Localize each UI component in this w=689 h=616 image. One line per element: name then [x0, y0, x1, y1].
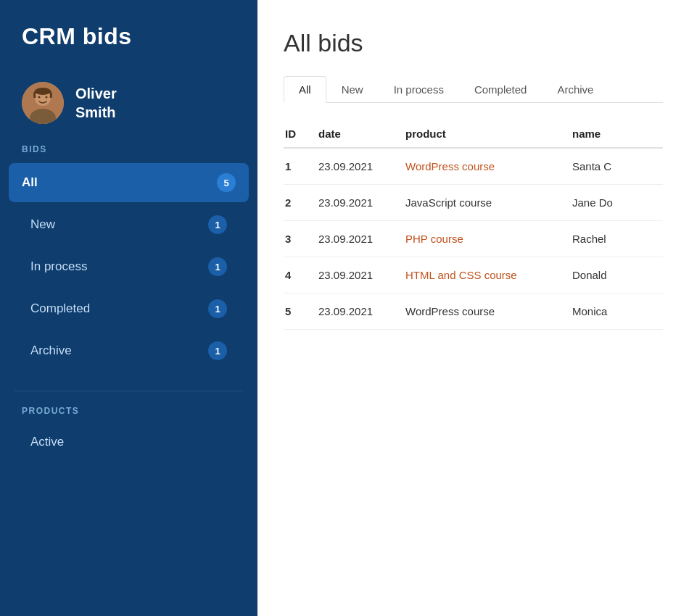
table-row[interactable]: 223.09.2021JavaScript courseJane Do [284, 185, 663, 221]
cell-name: Donald [572, 257, 663, 294]
bids-nav: All 5 New 1 In process 1 Completed 1 Arc… [0, 162, 257, 383]
app-title: CRM bids [22, 23, 236, 50]
product-link[interactable]: WordPress course [405, 160, 495, 172]
cell-date: 23.09.2021 [318, 185, 405, 221]
nav-completed-badge: 1 [208, 299, 227, 318]
tab-archive[interactable]: Archive [542, 76, 608, 102]
col-header-product: product [405, 120, 572, 148]
nav-archive-label: Archive [30, 344, 198, 358]
page-title: All bids [284, 29, 663, 57]
bids-table: ID date product name 123.09.2021WordPres… [284, 120, 663, 330]
tab-in-process[interactable]: In process [379, 76, 459, 102]
product-link[interactable]: HTML and CSS course [405, 269, 517, 281]
products-nav: Active [0, 423, 257, 473]
cell-name: Santa C [572, 148, 663, 185]
avatar-image [22, 82, 64, 124]
user-name: Oliver Smith [75, 84, 117, 122]
svg-point-3 [38, 96, 41, 99]
nav-active-label: Active [30, 435, 227, 449]
cell-id: 1 [284, 148, 318, 185]
nav-inprocess-label: In process [30, 259, 198, 274]
cell-name: Monica [572, 294, 663, 330]
tabs-bar: All New In process Completed Archive [284, 76, 663, 103]
cell-product[interactable]: HTML and CSS course [405, 257, 572, 294]
cell-id: 2 [284, 185, 318, 221]
cell-id: 4 [284, 257, 318, 294]
sidebar-item-archive[interactable]: Archive 1 [9, 331, 249, 370]
cell-name: Jane Do [572, 185, 663, 221]
cell-product[interactable]: WordPress course [405, 148, 572, 185]
nav-all-badge: 5 [217, 173, 236, 192]
table-row[interactable]: 423.09.2021HTML and CSS courseDonald [284, 257, 663, 294]
tab-completed[interactable]: Completed [459, 76, 542, 102]
main-content: All bids All New In process Completed Ar… [257, 0, 689, 616]
table-header: ID date product name [284, 120, 663, 148]
sidebar-item-in-process[interactable]: In process 1 [9, 247, 249, 286]
bids-section-label: BIDS [0, 144, 257, 162]
nav-new-label: New [30, 217, 198, 232]
sidebar-divider [15, 391, 243, 391]
user-profile: Oliver Smith [0, 67, 257, 144]
tab-all[interactable]: All [284, 76, 326, 103]
products-section-label: PRODUCTS [0, 406, 257, 423]
col-header-name: name [572, 120, 663, 148]
table-body: 123.09.2021WordPress courseSanta C223.09… [284, 148, 663, 330]
nav-inprocess-badge: 1 [208, 257, 227, 276]
tab-new[interactable]: New [326, 76, 379, 102]
cell-id: 5 [284, 294, 318, 330]
sidebar-item-completed[interactable]: Completed 1 [9, 289, 249, 328]
sidebar-item-new[interactable]: New 1 [9, 205, 249, 244]
cell-date: 23.09.2021 [318, 294, 405, 330]
nav-completed-label: Completed [30, 301, 198, 316]
col-header-id: ID [284, 120, 318, 148]
table-row[interactable]: 323.09.2021PHP courseRachel [284, 221, 663, 257]
sidebar-header: CRM bids [0, 0, 257, 67]
sidebar: CRM bids Oliver Smith [0, 0, 257, 616]
nav-archive-badge: 1 [208, 341, 227, 360]
cell-id: 3 [284, 221, 318, 257]
cell-product[interactable]: WordPress course [405, 294, 572, 330]
col-header-date: date [318, 120, 405, 148]
svg-point-4 [46, 96, 48, 99]
nav-all-label: All [22, 175, 207, 190]
cell-product[interactable]: PHP course [405, 221, 572, 257]
cell-date: 23.09.2021 [318, 257, 405, 294]
product-link[interactable]: PHP course [405, 233, 463, 245]
table-row[interactable]: 123.09.2021WordPress courseSanta C [284, 148, 663, 185]
cell-date: 23.09.2021 [318, 148, 405, 185]
sidebar-item-active[interactable]: Active [9, 425, 249, 459]
avatar [22, 82, 64, 124]
sidebar-item-all[interactable]: All 5 [9, 163, 249, 202]
cell-name: Rachel [572, 221, 663, 257]
cell-product[interactable]: JavaScript course [405, 185, 572, 221]
cell-date: 23.09.2021 [318, 221, 405, 257]
table-row[interactable]: 523.09.2021WordPress courseMonica [284, 294, 663, 330]
nav-new-badge: 1 [208, 215, 227, 234]
